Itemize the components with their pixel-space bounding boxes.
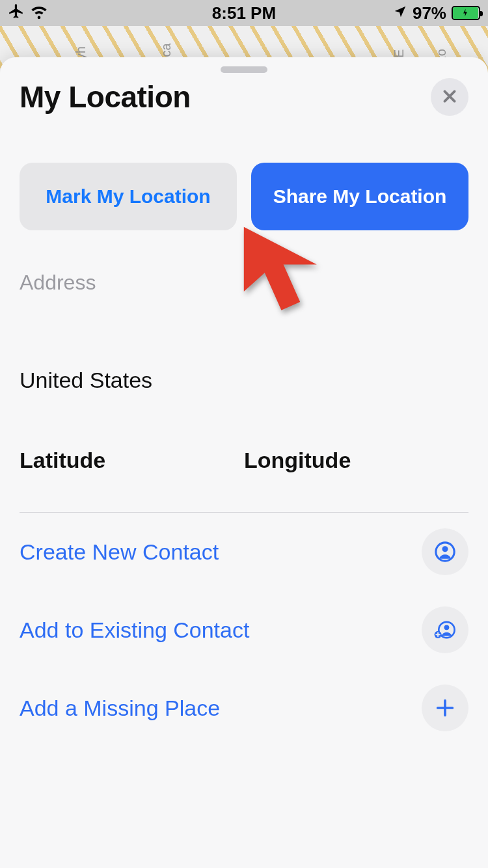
longitude-label: Longitude — [244, 448, 468, 473]
add-existing-contact-row[interactable]: Add to Existing Contact — [20, 591, 468, 669]
status-left — [8, 2, 48, 25]
contact-icon — [422, 528, 468, 575]
address-heading: Address — [20, 271, 468, 295]
wifi-icon — [30, 2, 48, 25]
battery-percent-label: 97% — [413, 3, 446, 23]
status-right: 97% — [393, 3, 480, 23]
airplane-mode-icon — [8, 3, 25, 24]
sheet-title: My Location — [20, 79, 191, 115]
create-new-contact-row[interactable]: Create New Contact — [20, 513, 468, 591]
add-missing-place-row[interactable]: Add a Missing Place — [20, 669, 468, 747]
location-arrow-icon — [393, 3, 407, 23]
close-button[interactable] — [431, 78, 468, 116]
add-existing-contact-label: Add to Existing Contact — [20, 617, 249, 643]
latitude-label: Latitude — [20, 448, 244, 473]
location-sheet: My Location Mark My Location Share My Lo… — [0, 57, 488, 868]
status-bar: 8:51 PM 97% — [0, 0, 488, 26]
create-new-contact-label: Create New Contact — [20, 539, 219, 565]
sheet-header: My Location — [20, 78, 468, 116]
add-contact-icon — [422, 606, 468, 653]
mark-my-location-button[interactable]: Mark My Location — [20, 163, 237, 230]
plus-icon — [422, 685, 468, 731]
address-country: United States — [20, 368, 468, 393]
battery-icon — [452, 6, 480, 20]
action-button-row: Mark My Location Share My Location — [20, 163, 468, 230]
svg-point-3 — [444, 625, 450, 630]
coordinates-row: Latitude Longitude — [20, 448, 468, 473]
sheet-grabber[interactable] — [221, 66, 267, 73]
add-missing-place-label: Add a Missing Place — [20, 696, 220, 721]
share-my-location-button[interactable]: Share My Location — [251, 163, 468, 230]
svg-point-1 — [442, 546, 448, 552]
close-icon — [441, 88, 458, 107]
